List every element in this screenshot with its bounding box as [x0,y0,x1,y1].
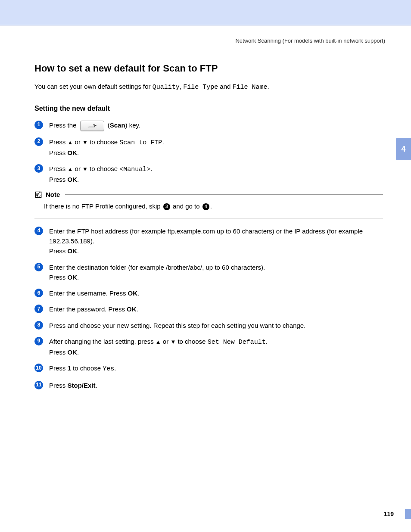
step3-menu: <Manual> [119,166,150,173]
intro-sep1: , [180,83,183,90]
step5-press: Press [49,274,68,281]
step9-or: or [161,338,171,345]
up-arrow-icon: ▲ [68,139,73,146]
step-bullet-5: 5 [34,263,43,271]
up-arrow-icon: ▲ [68,166,73,172]
step2-c: . [162,138,164,146]
step9-period: . [77,348,79,356]
note-rule [65,194,383,195]
step3-a: Press [49,165,68,172]
step1-scan: Scan [110,121,125,129]
footer-accent [405,509,411,519]
step-3: 3 Press ▲ or ▼ to choose <Manual>. Press… [34,164,383,185]
down-arrow-icon: ▼ [82,139,88,146]
intro-text: You can set your own default settings fo… [34,83,153,90]
step2-or: or [73,138,82,146]
step6-ok: OK [128,289,138,297]
inline-bullet-4: 4 [202,203,209,210]
chapter-tab: 4 [396,138,411,160]
intro-filetype: File Type [183,84,218,91]
down-arrow-icon: ▼ [82,166,88,172]
step1-close: ) key. [125,121,141,129]
note-label: Note [46,191,60,198]
step-bullet-6: 6 [34,289,43,297]
note-c: . [210,202,212,210]
step5-ok: OK [68,274,78,281]
step-8: 8 Press and choose your new setting. Rep… [34,320,383,330]
step-bullet-3: 3 [34,164,43,173]
step2-ok: OK [68,149,78,156]
step2-press: Press [49,149,68,156]
step-bullet-4: 4 [34,227,43,235]
step10-a: Press [49,364,68,372]
intro-sep2: and [218,83,232,90]
up-arrow-icon: ▲ [156,339,161,345]
intro-quality: Quality [153,84,180,91]
step4-press: Press [49,247,68,255]
intro-filename: File Name [233,84,268,91]
step-bullet-11: 11 [34,381,43,389]
step6-a: Enter the username. Press [49,289,128,297]
sub-title: Setting the new default [34,105,383,112]
step7-ok: OK [127,305,137,313]
step-bullet-2: 2 [34,137,43,146]
step-bullet-9: 9 [34,337,43,345]
step9-c: . [266,338,268,345]
step11-period: . [96,382,97,389]
step-10: 10 Press 1 to choose Yes. [34,363,383,374]
step5-a: Enter the destination folder (for exampl… [49,264,265,271]
step-6: 6 Enter the username. Press OK. [34,288,383,298]
step-7: 7 Enter the password. Press OK. [34,304,383,314]
step-11: 11 Press Stop/Exit. [34,380,383,390]
step-bullet-7: 7 [34,305,43,313]
step9-menu: Set New Default [208,339,266,346]
step2-menu: Scan to FTP [119,139,162,146]
step10-period: . [114,364,116,372]
step2-a: Press [49,138,68,146]
step3-b: to choose [88,165,119,172]
step7-a: Enter the password. Press [49,305,127,313]
step2-b: to choose [88,138,119,146]
header-band [0,0,411,25]
note-b: and go to [171,202,202,210]
step9-press: Press [49,348,68,356]
step3-c: . [150,165,152,172]
step7-period: . [137,305,138,313]
step1-pre: Press the [49,121,78,129]
step9-ok: OK [68,348,78,356]
step-bullet-10: 10 [34,364,43,372]
note-a: If there is no FTP Profile configured, s… [44,202,162,210]
step1-open: ( [106,121,110,129]
intro-end: . [268,83,269,90]
page-title: How to set a new default for Scan to FTP [34,63,383,74]
step10-yes: Yes [103,365,114,373]
page-number: 119 [384,510,394,517]
step4-ok: OK [68,247,78,255]
step-bullet-1: 1 [34,121,43,129]
step10-one: 1 [68,364,71,372]
inline-bullet-3: 3 [163,203,170,210]
step9-a: After changing the last setting, press [49,338,156,345]
step-4: 4 Enter the FTP host address (for exampl… [34,226,383,256]
step-9: 9 After changing the last setting, press… [34,336,383,358]
step5-period: . [77,274,79,281]
step3-or: or [73,165,82,172]
step8-a: Press and choose your new setting. Repea… [49,322,305,329]
step4-a: Enter the FTP host address (for example … [49,227,363,245]
step2-period: . [77,149,79,156]
note-block: Note If there is no FTP Profile configur… [34,191,383,218]
note-icon [34,191,43,199]
intro-paragraph: You can set your own default settings fo… [34,82,383,93]
step11-a: Press [49,382,68,389]
step-2: 2 Press ▲ or ▼ to choose Scan to FTP. Pr… [34,137,383,158]
running-head: Network Scanning (For models with built-… [0,25,411,44]
step9-b: to choose [176,338,207,345]
down-arrow-icon: ▼ [170,339,176,345]
step6-period: . [137,289,139,297]
step11-btn: Stop/Exit [68,382,96,389]
step-bullet-8: 8 [34,321,43,330]
step-5: 5 Enter the destination folder (for exam… [34,262,383,283]
step3-ok: OK [68,176,78,183]
step4-period: . [77,247,79,255]
step3-press: Press [49,176,68,183]
